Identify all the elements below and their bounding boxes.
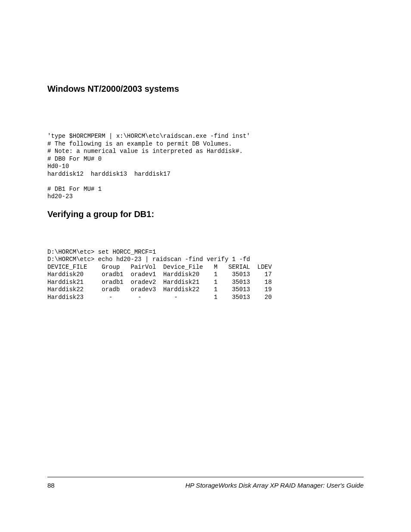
code-block-permissions: 'type $HORCMPERM | x:\HORCM\etc\raidscan…: [47, 133, 364, 201]
footer-page-number: 88: [47, 482, 55, 489]
footer-divider: [47, 477, 364, 477]
section-heading-windows: Windows NT/2000/2003 systems: [47, 84, 364, 94]
page-footer: 88 HP StorageWorks Disk Array XP RAID Ma…: [0, 477, 411, 489]
page-content: Windows NT/2000/2003 systems 'type $HORC…: [0, 0, 411, 301]
code-block-verify-output: D:\HORCM\etc> set HORCC_MRCF=1 D:\HORCM\…: [47, 249, 364, 302]
section-heading-verify-db1: Verifying a group for DB1:: [47, 209, 364, 219]
footer-document-title: HP StorageWorks Disk Array XP RAID Manag…: [185, 482, 364, 489]
